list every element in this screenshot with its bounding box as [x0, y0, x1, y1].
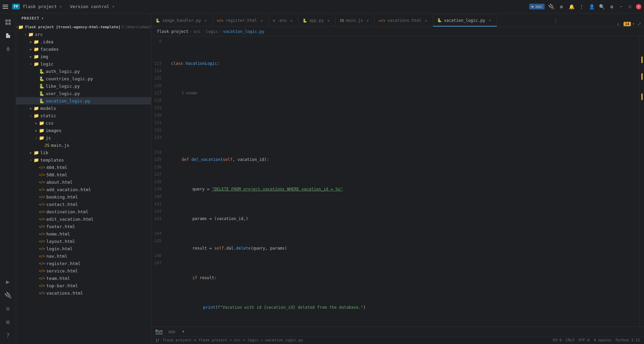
tree-about[interactable]: </> about.html	[16, 178, 151, 186]
app-run-button[interactable]: ▶ app	[529, 4, 545, 9]
plugin-icon[interactable]: 🔌	[548, 3, 555, 10]
svg-rect-3	[8, 23, 11, 25]
tab-more-options[interactable]: ⋮	[550, 14, 561, 27]
terminal-app-tab[interactable]: app	[168, 329, 176, 334]
tree-top-bar[interactable]: </> top-bar.html	[16, 282, 151, 289]
status-encoding[interactable]: CRLF	[566, 338, 575, 342]
editor-scrollbar[interactable]	[639, 36, 644, 327]
search-icon[interactable]: 🔍	[598, 3, 605, 10]
tab-close-vacation-logic[interactable]: ✕	[487, 18, 493, 23]
tree-user-logic[interactable]: 🐍 user_logic.py	[16, 90, 151, 97]
project-name[interactable]: flask project	[22, 4, 57, 9]
activity-files[interactable]	[2, 30, 14, 42]
terminal-run-tab[interactable]: Run	[155, 329, 163, 334]
sidebar-chevron: ▾	[41, 16, 44, 20]
tree-edit-vacation[interactable]: </> edit_vacation.html	[16, 215, 151, 223]
activity-terminal[interactable]: ⊞	[2, 316, 14, 328]
tree-img[interactable]: ▶ 📁 img	[16, 53, 151, 60]
close-button[interactable]: ✕	[636, 4, 641, 9]
status-indent[interactable]: 4 spaces	[594, 338, 611, 342]
status-charset[interactable]: UTF-8	[579, 338, 590, 342]
tree-main-js[interactable]: JS main.js	[16, 141, 151, 149]
hamburger-menu[interactable]	[3, 3, 9, 10]
tab-close-image-handler[interactable]: ✕	[203, 18, 209, 23]
status-path-text: ⊙ flask project > src > logic > vacation…	[194, 338, 303, 342]
tab-close-vacations-html[interactable]: ✕	[423, 18, 429, 23]
tab-html-icon: </>	[217, 18, 224, 23]
tree-countries-logic[interactable]: 🐍 countries_logic.py	[16, 75, 151, 82]
tree-500[interactable]: </> 500.html	[16, 171, 151, 178]
tree-templates[interactable]: ▾ 📁 templates	[16, 156, 151, 164]
tree-contact[interactable]: </> contact.html	[16, 201, 151, 208]
tree-facades[interactable]: ▶ 📁 facades	[16, 45, 151, 53]
minimize-button[interactable]: ─	[618, 4, 624, 9]
tree-home[interactable]: </> home.html	[16, 230, 151, 238]
tree-team[interactable]: </> team.html	[16, 274, 151, 282]
tree-models[interactable]: ▶ 📁 models	[16, 104, 151, 112]
breadcrumb-file[interactable]: vacation_logic.py	[223, 29, 264, 34]
tab-image-handler[interactable]: 🐍 image_handler.py ✕	[151, 14, 213, 27]
activity-layers[interactable]: ≡	[2, 302, 14, 314]
tab-close-main-js[interactable]: ✕	[365, 18, 370, 23]
activity-plugins[interactable]: 🔌	[2, 289, 14, 301]
tree-layout[interactable]: </> layout.html	[16, 238, 151, 245]
tree-like-logic[interactable]: 🐍 like_logic.py	[16, 82, 151, 90]
maximize-button[interactable]: □	[627, 4, 633, 9]
terminal-app-close[interactable]: ✕	[182, 329, 184, 334]
tree-vacation-logic[interactable]: 🐍 vacation_logic.py	[16, 97, 151, 104]
tree-images[interactable]: ▶ 📁 images	[16, 127, 151, 134]
status-path[interactable]: ⊙ flask project > src > logic > vacation…	[194, 338, 303, 342]
tree-root[interactable]: ▾ 📁 flask project [travel-agency-html-te…	[16, 23, 151, 31]
tree-auth-logic[interactable]: 🐍 auth_logic.py	[16, 68, 151, 75]
more-options-icon[interactable]: ⋮	[578, 3, 585, 10]
activity-commit[interactable]	[2, 43, 14, 55]
warning-count[interactable]: 14	[624, 22, 631, 26]
activity-help[interactable]: ?	[2, 329, 14, 341]
svg-rect-1	[8, 19, 11, 22]
expand-icon[interactable]: ⤢	[637, 21, 641, 27]
tree-static[interactable]: ▾ 📁 static	[16, 112, 151, 119]
tree-404[interactable]: </> 404.html	[16, 164, 151, 171]
status-position[interactable]: 93:9	[553, 338, 562, 342]
tab-main-js[interactable]: JS main.js ✕	[335, 14, 375, 27]
tree-idea[interactable]: ▶ 📁 .idea	[16, 38, 151, 45]
tree-login[interactable]: </> login.html	[16, 245, 151, 252]
code-editor[interactable]: 8 123 124 125 126 127 128 129 130 131 13…	[151, 36, 644, 327]
tree-nav[interactable]: </> nav.html	[16, 252, 151, 260]
tree-add-vacation[interactable]: </> add_vacation.html	[16, 186, 151, 193]
status-language[interactable]: Python 3.12	[615, 338, 640, 342]
tree-lib[interactable]: ▶ 📁 lib	[16, 149, 151, 156]
tab-vacation-logic[interactable]: 🐍 vacation_logic.py ✕	[433, 14, 497, 27]
tree-destination[interactable]: </> destination.html	[16, 208, 151, 215]
account-icon[interactable]: 👤	[588, 3, 595, 10]
breadcrumb-logic[interactable]: logic	[206, 29, 218, 34]
sidebar-header[interactable]: Project ▾	[16, 13, 151, 23]
tab-register[interactable]: </> register.html ✕	[213, 14, 269, 27]
tab-env[interactable]: ⚙ .env ✕	[269, 14, 298, 27]
breadcrumb-src[interactable]: src	[193, 29, 201, 34]
tree-src[interactable]: ▾ 📁 src	[16, 31, 151, 38]
tree-js[interactable]: ▾ 📁 js	[16, 134, 151, 141]
tab-close-env[interactable]: ✕	[289, 18, 294, 23]
tree-css[interactable]: ▶ 📁 css	[16, 119, 151, 127]
activity-project[interactable]	[2, 16, 14, 28]
code-view[interactable]: class VacationLogic: 1 usage def del_vac…	[168, 36, 639, 327]
activity-run[interactable]: ▶	[2, 275, 14, 288]
settings-icon[interactable]: ⚙	[558, 3, 565, 10]
tree-logic[interactable]: ▾ 📁 logic	[16, 60, 151, 68]
status-branch[interactable]: flask project	[155, 338, 191, 342]
gear-icon[interactable]: ⚙	[608, 3, 615, 10]
tree-booking[interactable]: </> booking.html	[16, 193, 151, 201]
version-control[interactable]: Version control	[70, 4, 109, 9]
tree-vacations[interactable]: </> vacations.html	[16, 289, 151, 297]
tree-service[interactable]: </> service.html	[16, 267, 151, 274]
breadcrumb-flask[interactable]: flask project	[157, 29, 188, 34]
tab-vacations-html[interactable]: </> vacations.html ✕	[375, 14, 433, 27]
notifications-icon[interactable]: 🔔	[568, 3, 575, 10]
warning-arrow[interactable]: ▾	[632, 22, 635, 26]
tab-close-app[interactable]: ✕	[326, 18, 331, 23]
tab-app-py[interactable]: 🐍 app.py ✕	[298, 14, 335, 27]
tree-register[interactable]: </> register.html	[16, 260, 151, 267]
tab-close-register[interactable]: ✕	[259, 18, 264, 23]
tree-footer[interactable]: </> footer.html	[16, 223, 151, 230]
